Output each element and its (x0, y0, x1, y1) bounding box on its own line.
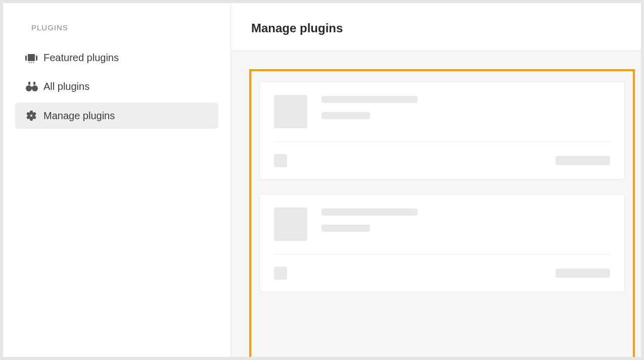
skeleton-button (556, 269, 610, 278)
sidebar: PLUGINS Featured plugins (3, 3, 231, 357)
skeleton-line (321, 209, 418, 216)
sidebar-heading: PLUGINS (31, 23, 218, 32)
plugin-card-top (274, 208, 610, 254)
binoculars-icon (25, 82, 43, 92)
main-body (231, 51, 641, 357)
page-title: Manage plugins (251, 21, 621, 35)
skeleton-toggle (274, 267, 287, 280)
skeleton-button (556, 156, 610, 165)
svg-rect-2 (36, 56, 37, 61)
plugin-card-skeleton (259, 194, 625, 292)
skeleton-toggle (274, 154, 287, 167)
app-container: PLUGINS Featured plugins (3, 3, 641, 357)
svg-point-5 (33, 62, 34, 63)
main-header: Manage plugins (231, 3, 641, 51)
plugin-card-top (274, 95, 610, 142)
plugin-card-bottom (274, 154, 610, 167)
sidebar-item-label: Featured plugins (43, 52, 119, 64)
skeleton-icon (274, 208, 307, 241)
svg-rect-8 (28, 82, 30, 85)
sidebar-item-label: All plugins (43, 81, 89, 92)
sidebar-item-all-plugins[interactable]: All plugins (15, 74, 218, 99)
svg-rect-0 (25, 56, 27, 61)
plugin-card-skeleton (259, 81, 625, 180)
sidebar-item-label: Manage plugins (43, 110, 115, 122)
svg-point-3 (29, 62, 30, 63)
skeleton-line (321, 96, 418, 103)
svg-rect-10 (30, 87, 33, 88)
highlight-annotation (249, 69, 635, 357)
plugin-card-bottom (274, 267, 610, 280)
skeleton-line (321, 112, 370, 119)
main-content: Manage plugins (231, 3, 641, 357)
gear-icon (25, 110, 43, 122)
skeleton-line (321, 225, 370, 232)
sidebar-item-featured-plugins[interactable]: Featured plugins (15, 45, 218, 71)
skeleton-icon (274, 95, 307, 128)
svg-point-4 (31, 62, 32, 63)
svg-rect-1 (28, 54, 35, 61)
skeleton-lines (321, 208, 418, 232)
featured-icon (25, 53, 43, 63)
sidebar-item-manage-plugins[interactable]: Manage plugins (15, 102, 218, 129)
skeleton-lines (321, 95, 418, 119)
svg-rect-9 (33, 82, 35, 85)
